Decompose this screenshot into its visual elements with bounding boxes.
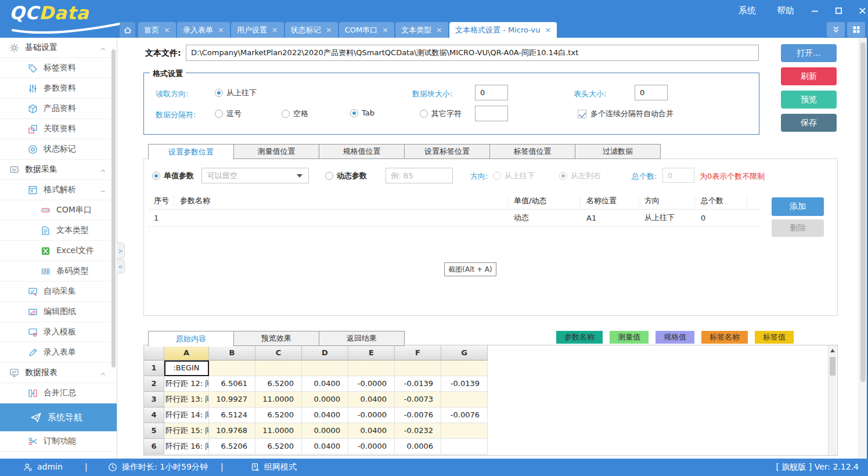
tab-close-icon[interactable]: × bbox=[436, 26, 442, 34]
column-header-g[interactable]: G bbox=[441, 345, 488, 360]
scroll-up-icon[interactable] bbox=[830, 349, 835, 352]
menu-help[interactable]: 帮助 bbox=[777, 5, 794, 16]
row-header[interactable]: 2 bbox=[144, 376, 164, 392]
column-header-a[interactable]: A bbox=[164, 345, 209, 360]
dynamic-param-option[interactable]: 动态参数 bbox=[325, 171, 367, 181]
sheet-cell[interactable]: -0.0073 bbox=[395, 392, 441, 408]
sidebar-item-doc[interactable]: 文本类型 bbox=[0, 221, 117, 241]
home-tab-button[interactable] bbox=[120, 22, 135, 38]
sheet-cell[interactable]: -0.0139 bbox=[395, 376, 441, 392]
sheet-cell[interactable]: 10.9768 bbox=[209, 423, 255, 439]
single-param-option[interactable]: 单值参数 bbox=[152, 171, 194, 181]
tab-close-icon[interactable]: × bbox=[326, 26, 332, 34]
column-header-f[interactable]: F bbox=[395, 345, 441, 360]
sidebar-item-com[interactable]: COM串口 bbox=[0, 200, 117, 221]
page-tab[interactable]: COM串口× bbox=[339, 22, 394, 38]
sheet-cell[interactable]: -0.0139 bbox=[441, 376, 488, 392]
column-header-b[interactable]: B bbox=[209, 345, 255, 360]
content-scrollbar-thumb[interactable] bbox=[860, 42, 866, 382]
column-header-e[interactable]: E bbox=[348, 345, 395, 360]
tab-close-icon[interactable]: × bbox=[218, 26, 224, 34]
param-table-row[interactable]: 1动态A1从上往下0 bbox=[148, 209, 759, 227]
tab-close-icon[interactable]: × bbox=[545, 26, 551, 34]
sidebar-item-cube[interactable]: 产品资料 bbox=[0, 99, 117, 119]
sheet-cell[interactable]: -0.0000 bbox=[348, 439, 395, 455]
block-size-input[interactable] bbox=[475, 85, 508, 100]
sheet-cell[interactable]: 0.0400 bbox=[348, 392, 395, 408]
sheet-cell[interactable] bbox=[302, 360, 348, 376]
direction-option[interactable]: 从左到右 bbox=[559, 171, 601, 181]
merge-separators-checkbox[interactable]: 多个连续分隔符自动合并 bbox=[578, 109, 673, 119]
read-direction-option[interactable]: 从上往下 bbox=[215, 88, 257, 98]
page-tab[interactable]: 状态标记× bbox=[285, 22, 338, 38]
tab-close-icon[interactable]: × bbox=[272, 26, 278, 34]
sidebar-scrollbar-thumb[interactable] bbox=[111, 49, 116, 367]
sheet-cell[interactable]: -0.0076 bbox=[395, 408, 441, 423]
sheet-cell[interactable] bbox=[255, 360, 302, 376]
sheet-cell[interactable] bbox=[395, 360, 441, 376]
sheet-cell[interactable]: 6.5200 bbox=[255, 439, 302, 455]
column-header-c[interactable]: C bbox=[255, 345, 302, 360]
sidebar-collapse-handle[interactable]: < bbox=[117, 259, 125, 273]
preview-tab[interactable]: 预览效果 bbox=[233, 331, 319, 346]
preview-button[interactable]: 预览 bbox=[781, 91, 837, 109]
sheet-cell[interactable]: 阡行距 14: 间距 bbox=[164, 408, 209, 423]
screenshot-button[interactable]: 截图(Alt + A) bbox=[444, 262, 496, 276]
page-tab[interactable]: 用户设置× bbox=[231, 22, 284, 38]
legend-button[interactable]: 标签值 bbox=[755, 331, 794, 344]
param-tab[interactable]: 测量值位置 bbox=[233, 144, 319, 159]
sheet-cell[interactable]: 10.9927 bbox=[209, 392, 255, 408]
sheet-cell[interactable]: 阡行距 13: 间距 bbox=[164, 392, 209, 408]
sheet-scrollbar-thumb[interactable] bbox=[830, 357, 835, 376]
file-path-input[interactable] bbox=[186, 45, 759, 61]
radio-checked-icon[interactable] bbox=[350, 109, 358, 117]
param-tab[interactable]: 规格值位置 bbox=[319, 144, 405, 159]
sheet-cell[interactable]: -0.0076 bbox=[441, 408, 488, 423]
sidebar-item-template[interactable]: 录入模板 bbox=[0, 322, 117, 342]
chevron-up-icon[interactable] bbox=[100, 45, 106, 51]
page-tab[interactable]: 文本类型× bbox=[395, 22, 448, 38]
sidebar-expand-handle[interactable]: > bbox=[117, 243, 125, 259]
delete-button[interactable]: 删除 bbox=[772, 219, 824, 237]
tab-close-icon[interactable]: × bbox=[164, 26, 170, 34]
sheet-cell[interactable]: 阡行距 15: 间距 bbox=[164, 423, 209, 439]
sidebar-item-draw[interactable]: 编辑图纸 bbox=[0, 302, 117, 322]
sheet-cell[interactable] bbox=[209, 360, 255, 376]
separator-option[interactable]: 其它字符 bbox=[420, 109, 462, 119]
sheet-cell[interactable] bbox=[441, 360, 488, 376]
row-header[interactable]: 3 bbox=[144, 392, 164, 408]
sidebar-item-excel[interactable]: Excel文件 bbox=[0, 241, 117, 261]
sheet-cell[interactable]: 阡行距 16: 间距 bbox=[164, 439, 209, 455]
legend-button[interactable]: 测量值 bbox=[610, 331, 649, 344]
sheet-cell[interactable]: -0.0232 bbox=[395, 423, 441, 439]
radio-unchecked-icon[interactable] bbox=[420, 110, 428, 118]
sheet-cell[interactable]: -0.0000 bbox=[348, 376, 395, 392]
sidebar-item-tag[interactable]: 标签资料 bbox=[0, 58, 117, 78]
total-count-input[interactable] bbox=[662, 168, 694, 183]
preview-tab[interactable]: 返回结果 bbox=[319, 331, 405, 346]
sidebar-item-form[interactable]: 格式解析 bbox=[0, 180, 117, 200]
sheet-cell[interactable]: 6.5200 bbox=[255, 376, 302, 392]
dynamic-cell-input[interactable] bbox=[386, 168, 453, 183]
sidebar-item-report[interactable]: 数据报表 bbox=[0, 363, 117, 383]
sidebar-item-send[interactable]: 系统导航 bbox=[0, 403, 117, 431]
direction-option[interactable]: 从上往下 bbox=[493, 171, 535, 181]
sheet-cell[interactable]: 0.0000 bbox=[302, 392, 348, 408]
page-tab[interactable]: 首页× bbox=[138, 22, 176, 38]
separator-option[interactable]: 逗号 bbox=[215, 109, 242, 119]
sheet-cell[interactable]: 0.0006 bbox=[395, 439, 441, 455]
separator-option[interactable]: 空格 bbox=[282, 109, 308, 119]
sidebar-item-merge[interactable]: 合并汇总 bbox=[0, 383, 117, 403]
radio-unchecked-icon[interactable] bbox=[325, 172, 333, 180]
legend-button[interactable]: 参数名称 bbox=[556, 331, 603, 344]
chevron-up-icon[interactable] bbox=[100, 370, 106, 376]
radio-checked-icon[interactable] bbox=[215, 89, 223, 97]
param-tab[interactable]: 标签值位置 bbox=[489, 144, 575, 159]
radio-unchecked-icon[interactable] bbox=[215, 110, 223, 118]
open-button[interactable]: 打开... bbox=[781, 44, 837, 62]
header-size-input[interactable] bbox=[635, 85, 668, 100]
sidebar-item-barcode[interactable]: 条码类型 bbox=[0, 261, 117, 282]
legend-button[interactable]: 标签名称 bbox=[701, 331, 748, 344]
param-tab[interactable]: 设置标签位置 bbox=[404, 144, 490, 159]
page-tab[interactable]: 录入表单× bbox=[177, 22, 230, 38]
